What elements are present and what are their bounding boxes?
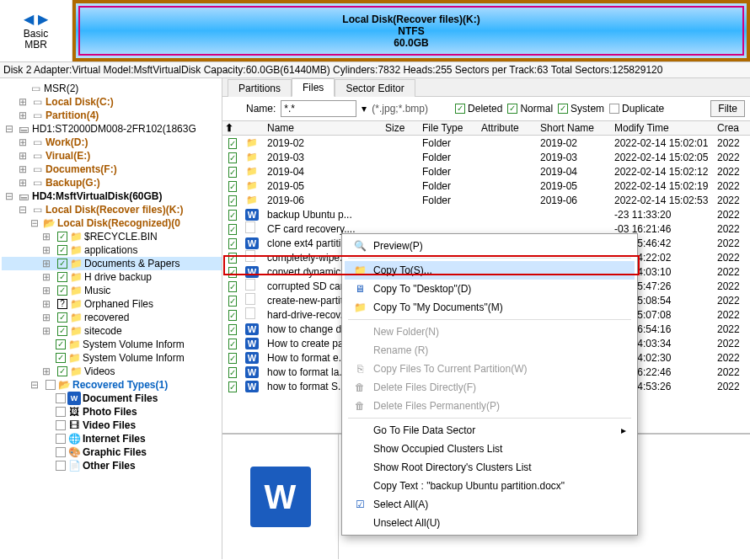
table-row[interactable]: ✓📁2019-04Folder2019-042022-02-14 15:02:1… — [222, 164, 750, 179]
tree-hd4[interactable]: HD4:MsftVirtualDisk(60GB) — [32, 189, 162, 203]
word-icon: W — [245, 381, 259, 392]
tree-hdrive[interactable]: H drive backup — [84, 270, 152, 284]
directory-tree[interactable]: ▭MSR(2) ⊞▭Local Disk(C:) ⊞▭Partition(4) … — [0, 78, 222, 559]
row-checkbox[interactable]: ✓ — [228, 195, 237, 206]
tree-orph[interactable]: Orphaned Files — [84, 297, 153, 311]
tree-docsf[interactable]: Documents(F:) — [46, 163, 117, 176]
table-row[interactable]: ✓📁2019-06Folder2019-062022-02-14 15:02:5… — [222, 193, 750, 207]
ctx-copy-to[interactable]: 📁Copy To(S)... — [345, 261, 635, 280]
col-mtime[interactable]: Modify Time — [612, 122, 715, 134]
row-checkbox[interactable]: ✓ — [228, 224, 237, 235]
tree-svi2[interactable]: System Volume Inform — [83, 351, 185, 365]
tab-files[interactable]: Files — [292, 78, 335, 97]
ctx-copy-desktop[interactable]: 🖥Copy To "Desktop"(D) — [345, 280, 635, 298]
row-checkbox[interactable]: ✓ — [228, 310, 237, 321]
row-checkbox[interactable]: ✓ — [228, 381, 237, 392]
cell-mtime: 2022-02-14 15:02:12 — [612, 166, 715, 178]
row-checkbox[interactable]: ✓ — [228, 267, 237, 278]
nav-arrows-icon[interactable]: ◀ ▶ — [24, 11, 47, 27]
tree-rt-inet[interactable]: Internet Files — [83, 432, 146, 445]
col-size[interactable]: Size — [383, 122, 420, 134]
row-checkbox[interactable]: ✓ — [228, 367, 237, 378]
col-attr[interactable]: Attribute — [479, 122, 538, 134]
ctx-copy-text[interactable]: Copy Text : "backup Ubuntu partition.doc… — [345, 477, 635, 495]
row-checkbox[interactable]: ✓ — [228, 138, 237, 149]
chk-system[interactable]: ✓System — [558, 103, 604, 115]
tree-sitecode[interactable]: sitecode — [84, 324, 122, 338]
word-large-icon: W — [250, 467, 311, 527]
tree-docs[interactable]: Documents & Papers — [84, 257, 179, 270]
name-filter-input[interactable] — [281, 100, 356, 117]
tree-viruale[interactable]: Virual(E:) — [46, 149, 90, 163]
table-row[interactable]: ✓Wbackup Ubuntu p...-23 11:33:202022 — [222, 207, 750, 221]
table-row[interactable]: ✓📁2019-03Folder2019-032022-02-14 15:02:0… — [222, 150, 750, 164]
row-checkbox[interactable]: ✓ — [228, 296, 237, 307]
filter-button[interactable]: Filte — [710, 100, 745, 117]
tree-rt-other[interactable]: Other Files — [83, 459, 136, 472]
tab-sector-editor[interactable]: Sector Editor — [335, 79, 415, 97]
row-checkbox[interactable]: ✓ — [228, 238, 237, 249]
ctx-goto-sector[interactable]: Go To File Data Sector▸ — [345, 421, 635, 440]
tree-rectypes[interactable]: Recovered Types(1) — [72, 378, 168, 392]
row-checkbox[interactable]: ✓ — [228, 339, 237, 349]
chk-normal[interactable]: ✓Normal — [507, 103, 553, 115]
row-checkbox[interactable]: ✓ — [228, 281, 237, 292]
cell-ctime: 2022 — [715, 180, 745, 192]
tree-rt-doc[interactable]: Document Files — [83, 392, 158, 405]
dropdown-icon[interactable]: ▾ — [362, 103, 367, 115]
cell-ctime: 2022 — [715, 381, 745, 392]
row-checkbox[interactable]: ✓ — [228, 324, 237, 335]
cell-ftype: Folder — [420, 195, 479, 206]
up-folder-icon[interactable]: ⬆ — [225, 122, 233, 134]
row-checkbox[interactable]: ✓ — [228, 167, 237, 178]
cell-ctime: 2022 — [715, 309, 745, 321]
tree-workd[interactable]: Work(D:) — [46, 136, 88, 149]
row-checkbox[interactable]: ✓ — [228, 210, 237, 221]
file-icon — [245, 250, 255, 262]
chk-deleted[interactable]: ✓Deleted — [455, 103, 502, 115]
col-ftype[interactable]: File Type — [420, 122, 479, 134]
tree-rt-photo[interactable]: Photo Files — [83, 405, 137, 419]
table-row[interactable]: ✓📁2019-02Folder2019-022022-02-14 15:02:0… — [222, 136, 750, 150]
table-row[interactable]: ✓📁2019-05Folder2019-052022-02-14 15:02:1… — [222, 179, 750, 193]
ctx-unselect-all[interactable]: Unselect All(U) — [345, 514, 635, 532]
tree-backg[interactable]: Backup(G:) — [46, 176, 100, 189]
internet-icon: 🌐 — [67, 432, 81, 445]
tab-partitions[interactable]: Partitions — [228, 79, 292, 97]
ctx-root-clusters[interactable]: Show Root Directory's Clusters List — [345, 458, 635, 477]
tree-apps[interactable]: applications — [84, 243, 137, 257]
tree-recovered[interactable]: recovered — [84, 311, 129, 324]
tree-videos[interactable]: Videos — [84, 365, 115, 378]
tree-svi[interactable]: System Volume Inform — [83, 338, 185, 351]
tree-recog[interactable]: Local Disk(Recognized)(0 — [57, 216, 180, 230]
tree-hd1[interactable]: HD1:ST2000DM008-2FR102(1863G — [32, 122, 196, 136]
ctx-preview[interactable]: 🔍Preview(P) — [345, 237, 635, 255]
tree-recycle[interactable]: $RECYCLE.BIN — [84, 230, 158, 243]
row-checkbox[interactable]: ✓ — [228, 353, 237, 364]
row-checkbox[interactable]: ✓ — [228, 253, 237, 264]
tree-partition4[interactable]: Partition(4) — [46, 109, 99, 122]
col-name[interactable]: Name — [265, 122, 383, 134]
partition-block[interactable]: Local Disk(Recover files)(K:) NTFS 60.0G… — [72, 0, 750, 61]
ctx-occ-clusters[interactable]: Show Occupied Clusters List — [345, 440, 635, 458]
col-short[interactable]: Short Name — [538, 122, 612, 134]
tree-localc[interactable]: Local Disk(C:) — [46, 95, 114, 109]
cell-mtime: -23 11:33:20 — [612, 209, 715, 221]
mbr-label: MBR — [24, 39, 47, 51]
tree-rt-video[interactable]: Video Files — [83, 419, 136, 432]
row-checkbox[interactable]: ✓ — [228, 152, 237, 163]
preview-icon: 🔍 — [353, 240, 367, 252]
tree-rt-graphic[interactable]: Graphic Files — [83, 445, 147, 459]
col-ctime[interactable]: Crea — [715, 122, 745, 134]
tree-msr[interactable]: MSR(2) — [44, 82, 78, 95]
cell-short: 2019-03 — [538, 152, 612, 163]
drive-icon: ▭ — [30, 109, 44, 122]
word-icon: W — [245, 237, 259, 249]
ctx-copy-docs[interactable]: 📁Copy To "My Documents"(M) — [345, 298, 635, 317]
tree-recK[interactable]: Local Disk(Recover files)(K:) — [46, 203, 183, 216]
ctx-select-all[interactable]: ☑Select All(A) — [345, 495, 635, 514]
tree-music[interactable]: Music — [84, 284, 110, 297]
hdd-icon: 🖴 — [17, 189, 30, 203]
chk-duplicate[interactable]: ✓Duplicate — [609, 103, 664, 115]
row-checkbox[interactable]: ✓ — [228, 181, 237, 192]
